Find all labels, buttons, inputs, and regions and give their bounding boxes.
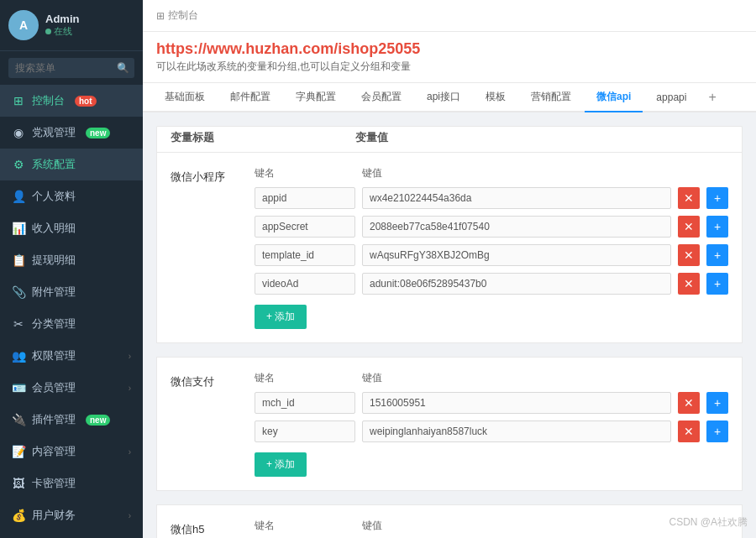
sidebar-item-content[interactable]: 📝 内容管理 ›: [0, 436, 143, 467]
tab-template[interactable]: 模板: [474, 83, 517, 112]
tab-email[interactable]: 邮件配置: [218, 83, 282, 112]
section-body-mini: 键名 键值 ✕ + ✕ +: [255, 166, 728, 329]
sidebar-item-category[interactable]: ✂ 分类管理: [0, 308, 143, 340]
val-input[interactable]: [362, 187, 671, 209]
sidebar-item-profile[interactable]: 👤 个人资料: [0, 180, 143, 212]
sidebar-item-orders[interactable]: 📈 营销管理 ›: [0, 531, 143, 538]
main: ⊞ 控制台 https://www.huzhan.com/ishop25055 …: [143, 0, 756, 538]
add-var-button[interactable]: 添加: [255, 452, 307, 477]
key-input[interactable]: [255, 392, 355, 414]
attachments-icon: 📎: [12, 285, 25, 299]
avatar: A: [8, 10, 39, 40]
plugins-icon: 🔌: [12, 413, 25, 426]
val-input[interactable]: [362, 420, 671, 442]
tab-jichu[interactable]: 基础面板: [153, 83, 217, 112]
sidebar-item-dashboard[interactable]: ⊞ 控制台 hot: [0, 85, 143, 117]
tab-appapi[interactable]: appapi: [644, 85, 698, 112]
finance-icon: 💰: [12, 509, 25, 522]
sidebar-item-views[interactable]: ◉ 党观管理 new: [0, 117, 143, 149]
key-input[interactable]: [255, 420, 355, 442]
add-field-button[interactable]: +: [706, 187, 728, 209]
sidebar-item-finance[interactable]: 💰 用户财务 ›: [0, 499, 143, 531]
sidebar-item-withdraw[interactable]: 📋 提现明细: [0, 244, 143, 276]
val-input[interactable]: [362, 244, 671, 266]
sidebar-item-label: 会员管理: [32, 380, 76, 395]
var-row: ✕ +: [255, 273, 728, 295]
add-field-button[interactable]: +: [706, 244, 728, 266]
config-content: 变量标题 变量值 微信小程序 键名 键值 ✕: [143, 112, 756, 538]
sidebar-item-sysconfig[interactable]: ⚙ 系统配置: [0, 149, 143, 180]
chevron-right-icon: ›: [129, 352, 131, 361]
delete-button[interactable]: ✕: [678, 187, 700, 209]
tab-marketing[interactable]: 营销配置: [519, 83, 583, 112]
sidebar-item-permissions[interactable]: 👥 权限管理 ›: [0, 340, 143, 372]
system-desc: 可以在此场改系统的变量和分组,也可以自定义分组和变量: [156, 60, 743, 74]
sidebar-item-plugins[interactable]: 🔌 插件管理 new: [0, 404, 143, 436]
add-var-button[interactable]: 添加: [255, 305, 307, 329]
col-key-label: 键名: [255, 166, 355, 180]
add-field-button[interactable]: +: [706, 392, 728, 414]
chevron-right-icon: ›: [129, 447, 131, 457]
tab-member[interactable]: 会员配置: [349, 83, 413, 112]
tab-wechat-api[interactable]: 微信api: [585, 83, 643, 112]
var-row: ✕ +: [255, 420, 728, 442]
sidebar-item-members[interactable]: 🪪 会员管理 ›: [0, 372, 143, 404]
delete-button[interactable]: ✕: [678, 273, 700, 295]
key-input[interactable]: [255, 244, 355, 266]
sidebar-item-label: 个人资料: [32, 189, 76, 204]
tab-dict[interactable]: 字典配置: [284, 83, 348, 112]
tab-add-button[interactable]: +: [700, 85, 724, 110]
sidebar-item-cards[interactable]: 🖼 卡密管理: [0, 467, 143, 499]
var-headers: 键名 键值: [255, 519, 728, 533]
section-label-mini: 微信小程序: [171, 166, 238, 329]
key-input[interactable]: [255, 216, 355, 238]
section-body-pay: 键名 键值 ✕ + ✕ +: [255, 371, 728, 477]
var-headers: 键名 键值: [255, 166, 728, 180]
chevron-right-icon: ›: [129, 511, 131, 520]
col-key-label: 键名: [255, 371, 355, 385]
var-title-header: 变量标题: [171, 130, 339, 145]
views-icon: ◉: [12, 126, 25, 139]
topbar: ⊞ 控制台: [143, 0, 756, 32]
delete-button[interactable]: ✕: [678, 216, 700, 238]
add-field-button[interactable]: +: [706, 216, 728, 238]
permissions-icon: 👥: [12, 349, 25, 363]
watermark: CSDN @A社欢腾: [669, 515, 748, 530]
delete-button[interactable]: ✕: [678, 420, 700, 442]
sidebar-item-label: 系统配置: [32, 157, 76, 172]
section-label-h5: 微信h5: [171, 519, 238, 538]
delete-button[interactable]: ✕: [678, 392, 700, 414]
key-input[interactable]: [255, 187, 355, 209]
val-input[interactable]: [362, 273, 671, 295]
add-field-button[interactable]: +: [706, 420, 728, 442]
var-val-header: 变量值: [355, 130, 388, 145]
dashboard-icon: ⊞: [12, 94, 25, 107]
search-input[interactable]: [8, 58, 134, 78]
withdraw-icon: 📋: [12, 253, 25, 267]
new-badge: new: [86, 128, 110, 138]
tab-api[interactable]: api接口: [415, 83, 472, 112]
col-val-label: 键值: [362, 166, 728, 180]
delete-button[interactable]: ✕: [678, 244, 700, 266]
sidebar-item-label: 内容管理: [32, 444, 76, 459]
breadcrumb-icon: ⊞: [156, 10, 165, 22]
income-icon: 📊: [12, 222, 25, 235]
var-row: ✕ +: [255, 244, 728, 266]
search-icon: 🔍: [117, 62, 129, 74]
sidebar-header: A Admin 在线: [0, 0, 143, 51]
content-area: https://www.huzhan.com/ishop25055 可以在此场改…: [143, 32, 756, 538]
sidebar-item-income[interactable]: 📊 收入明细: [0, 212, 143, 244]
val-input[interactable]: [362, 216, 671, 238]
section-wechat-h5: 微信h5 键名 键值 ✕ + 添加: [156, 504, 743, 538]
sidebar-item-attachments[interactable]: 📎 附件管理: [0, 276, 143, 308]
val-input[interactable]: [362, 392, 671, 414]
sidebar-search[interactable]: 🔍: [0, 51, 143, 85]
tabs-bar: 基础面板 邮件配置 字典配置 会员配置 api接口 模板 营销配置 微信api …: [143, 83, 756, 112]
sidebar-item-label: 收入明细: [32, 221, 76, 236]
add-field-button[interactable]: +: [706, 273, 728, 295]
sidebar-item-label: 党观管理: [32, 125, 76, 140]
members-icon: 🪪: [12, 381, 25, 394]
key-input[interactable]: [255, 273, 355, 295]
var-headers: 键名 键值: [255, 371, 728, 385]
var-row: ✕ +: [255, 392, 728, 414]
